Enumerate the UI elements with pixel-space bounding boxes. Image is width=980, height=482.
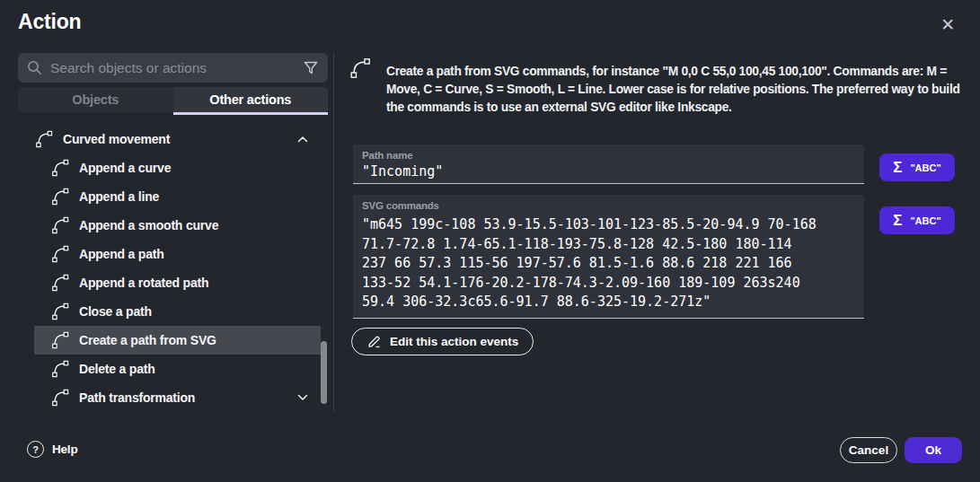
path-name-expression-button[interactable]: Σ "ABC" — [879, 153, 955, 181]
tab-objects-label: Objects — [72, 92, 119, 107]
list-item-label: Close a path — [79, 304, 152, 319]
abc-label: "ABC" — [910, 215, 940, 226]
action-list: Curved movement Append a curve Append a … — [18, 125, 321, 412]
svg-commands-expression-button[interactable]: Σ "ABC" — [879, 206, 955, 234]
curve-path-icon — [50, 388, 70, 408]
curve-path-icon — [50, 215, 70, 235]
curve-path-icon — [50, 244, 70, 264]
search-bar — [18, 53, 328, 83]
ok-button[interactable]: Ok — [905, 437, 962, 463]
list-item-append-a-smooth-curve[interactable]: Append a smooth curve — [34, 211, 321, 240]
dialog-title: Action — [18, 10, 81, 34]
curve-path-icon — [50, 330, 70, 350]
path-name-label: Path name — [362, 150, 412, 161]
list-item-label: Append a curve — [79, 161, 171, 175]
cancel-button[interactable]: Cancel — [840, 437, 897, 463]
abc-label: "ABC" — [910, 162, 940, 173]
tab-other-actions[interactable]: Other actions — [173, 87, 329, 112]
curve-path-icon — [50, 359, 70, 379]
list-group-curved-movement[interactable]: Curved movement — [18, 125, 321, 153]
search-input[interactable] — [50, 60, 303, 76]
curve-path-icon — [50, 158, 70, 178]
list-item-label: Path transformation — [79, 390, 195, 405]
curve-path-icon — [50, 273, 70, 293]
help-label: Help — [52, 443, 77, 456]
list-group-label: Curved movement — [63, 132, 170, 146]
sigma-icon: Σ — [893, 159, 902, 177]
svg-commands-field[interactable]: SVG commands "m645 199c-108 53.9-15.5-10… — [353, 195, 864, 319]
path-name-value[interactable]: "Incoming" — [362, 163, 443, 180]
curve-path-icon — [50, 187, 70, 206]
list-item-close-a-path[interactable]: Close a path — [34, 297, 321, 326]
svg-commands-label: SVG commands — [362, 200, 439, 211]
curve-path-icon — [34, 129, 54, 149]
curve-path-icon — [349, 57, 372, 80]
list-item-label: Append a path — [79, 247, 164, 261]
list-item-create-a-path-from-svg[interactable]: Create a path from SVG — [34, 326, 321, 355]
path-name-field[interactable]: Path name "Incoming" — [353, 145, 864, 184]
tab-objects[interactable]: Objects — [18, 87, 173, 112]
list-item-label: Delete a path — [79, 362, 155, 376]
search-icon — [27, 60, 42, 75]
list-item-delete-a-path[interactable]: Delete a path — [34, 355, 321, 383]
close-icon[interactable]: ✕ — [934, 11, 961, 38]
list-item-append-a-rotated-path[interactable]: Append a rotated path — [34, 268, 321, 297]
action-description: Create a path from SVG commands, for ins… — [386, 63, 963, 117]
list-item-label: Append a line — [79, 189, 159, 204]
tab-selected-underline — [173, 112, 329, 115]
svg-commands-value[interactable]: "m645 199c-108 53.9-15.5-103-101-123-85.… — [362, 215, 817, 312]
help-icon: ? — [27, 441, 44, 458]
help-button[interactable]: ? Help — [27, 441, 77, 458]
edit-action-events-button[interactable]: Edit this action events — [351, 328, 534, 355]
list-item-label: Append a rotated path — [79, 276, 208, 290]
list-item-append-a-curve[interactable]: Append a curve — [34, 153, 321, 182]
tab-other-actions-label: Other actions — [209, 92, 291, 107]
edit-action-events-label: Edit this action events — [390, 335, 518, 348]
panel-divider — [333, 52, 334, 411]
tab-bar: Objects Other actions — [18, 87, 328, 115]
pencil-icon — [366, 334, 382, 349]
chevron-up-icon[interactable] — [297, 136, 308, 143]
list-scrollbar-thumb[interactable] — [321, 341, 327, 404]
list-item-append-a-path[interactable]: Append a path — [34, 240, 321, 268]
filter-icon[interactable] — [303, 60, 319, 76]
chevron-down-icon[interactable] — [297, 394, 308, 401]
list-item-label: Create a path from SVG — [79, 333, 216, 347]
list-item-append-a-line[interactable]: Append a line — [34, 182, 321, 211]
curve-path-icon — [50, 302, 70, 321]
list-item-label: Append a smooth curve — [79, 218, 218, 232]
sigma-icon: Σ — [893, 212, 902, 230]
list-item-path-transformation[interactable]: Path transformation — [34, 383, 321, 412]
